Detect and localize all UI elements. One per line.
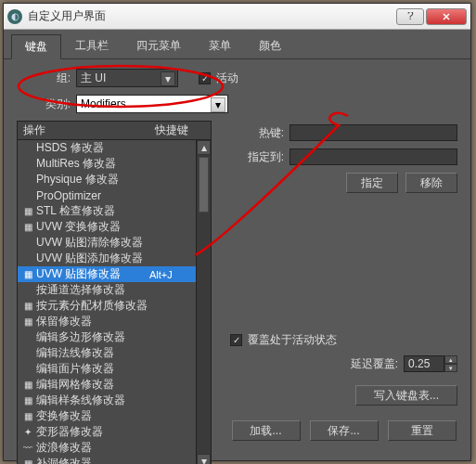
item-text: UVW 变换修改器 — [36, 219, 149, 235]
assigned-label: 指定到: — [230, 149, 284, 165]
group-label: 组: — [45, 71, 71, 86]
item-text: 变换修改器 — [36, 408, 149, 424]
item-icon: ✦ — [21, 427, 34, 437]
spin-up-icon[interactable]: ▴ — [444, 355, 457, 364]
scroll-down-icon[interactable]: ▾ — [197, 454, 211, 464]
group-value: 主 UI — [81, 71, 106, 86]
tab-color[interactable]: 颜色 — [245, 33, 295, 58]
item-icon: ▦ — [21, 301, 34, 311]
chevron-down-icon: ▾ — [211, 97, 225, 112]
list-item[interactable]: MultiRes 修改器 — [18, 156, 196, 172]
help-button[interactable]: ? — [396, 8, 424, 25]
scroll-thumb[interactable] — [199, 157, 209, 213]
app-icon: ◐ — [7, 9, 22, 24]
list-item[interactable]: ▦UVW 贴图修改器Alt+J — [18, 266, 196, 282]
list-item[interactable]: ▦变换修改器 — [18, 408, 196, 424]
col-shortcut[interactable]: 快捷键 — [155, 122, 211, 138]
reset-button[interactable]: 重置 — [388, 420, 457, 441]
svg-text:?: ? — [407, 12, 414, 21]
hotkey-label: 热键: — [230, 125, 284, 141]
delay-value[interactable]: 0.25 — [404, 355, 444, 372]
item-text: 编辑法线修改器 — [36, 345, 149, 361]
item-text: 按通道选择修改器 — [36, 282, 149, 298]
item-text: UVW 贴图修改器 — [36, 266, 149, 282]
spin-down-icon[interactable]: ▾ — [444, 364, 457, 372]
category-value: Modifiers — [81, 97, 126, 110]
item-text: 编辑多边形修改器 — [36, 329, 149, 345]
save-button[interactable]: 保存... — [310, 420, 379, 441]
active-checkbox[interactable]: ✓ — [199, 72, 211, 84]
list-item[interactable]: ▦保留修改器 — [18, 314, 196, 329]
override-checkbox[interactable]: ✓ — [230, 334, 242, 346]
override-label: 覆盖处于活动状态 — [248, 332, 337, 348]
item-text: UVW 贴图添加修改器 — [36, 251, 149, 266]
group-dropdown[interactable]: 主 UI ▾ — [76, 69, 178, 87]
list-header: 操作 快捷键 — [17, 121, 212, 139]
item-text: UVW 贴图清除修改器 — [36, 235, 149, 251]
list-item[interactable]: 编辑法线修改器 — [18, 345, 196, 361]
item-icon: ▦ — [21, 395, 34, 406]
tab-menu[interactable]: 菜单 — [195, 33, 245, 58]
active-label: 活动 — [216, 71, 238, 86]
tab-keyboard[interactable]: 键盘 — [11, 34, 61, 59]
category-dropdown[interactable]: Modifiers ▾ — [76, 95, 228, 113]
delay-label: 延迟覆盖: — [351, 356, 398, 372]
scrollbar[interactable]: ▴ ▾ — [196, 140, 211, 464]
tab-quadmenu[interactable]: 四元菜单 — [122, 33, 195, 58]
tab-bar: 键盘 工具栏 四元菜单 菜单 颜色 — [4, 30, 470, 59]
list-item[interactable]: ▦补洞修改器 — [18, 456, 196, 464]
list-item[interactable]: ✦变形器修改器 — [18, 424, 196, 440]
item-text: 按元素分配材质修改器 — [36, 298, 149, 314]
item-icon: ▦ — [21, 380, 34, 390]
list-item[interactable]: HSDS 修改器 — [18, 140, 196, 156]
list-item[interactable]: 按通道选择修改器 — [18, 282, 196, 298]
item-text: HSDS 修改器 — [36, 140, 149, 156]
item-text: Physique 修改器 — [36, 172, 149, 187]
list-item[interactable]: ▦UVW 变换修改器 — [18, 219, 196, 235]
item-text: 编辑面片修改器 — [36, 361, 149, 377]
titlebar: ◐ 自定义用户界面 ? — [4, 4, 470, 30]
category-label: 类别: — [32, 97, 71, 112]
list-item[interactable]: UVW 贴图添加修改器 — [18, 251, 196, 266]
item-text: 保留修改器 — [36, 314, 149, 329]
item-icon: ▦ — [21, 458, 34, 464]
hotkey-input[interactable] — [289, 124, 457, 141]
window-title: 自定义用户界面 — [28, 8, 396, 24]
list-item[interactable]: 编辑面片修改器 — [18, 361, 196, 377]
list-item[interactable]: ▦STL 检查修改器 — [18, 203, 196, 219]
item-icon: ▦ — [21, 316, 34, 327]
item-shortcut: Alt+J — [149, 269, 196, 280]
remove-button[interactable]: 移除 — [405, 173, 457, 193]
assigned-input[interactable] — [289, 148, 457, 165]
item-text: MultiRes 修改器 — [36, 156, 149, 172]
scroll-up-icon[interactable]: ▴ — [197, 140, 211, 155]
item-text: 补洞修改器 — [36, 456, 149, 464]
item-text: ProOptimizer — [36, 189, 149, 202]
item-text: 编辑样条线修改器 — [36, 393, 149, 408]
col-action[interactable]: 操作 — [18, 122, 155, 138]
item-icon: 〰 — [21, 443, 34, 453]
close-button[interactable] — [426, 8, 467, 25]
chevron-down-icon: ▾ — [161, 71, 175, 86]
list-item[interactable]: 编辑多边形修改器 — [18, 329, 196, 345]
item-text: 编辑网格修改器 — [36, 377, 149, 393]
delay-spinner[interactable]: 0.25 ▴ ▾ — [404, 355, 457, 372]
list-item[interactable]: UVW 贴图清除修改器 — [18, 235, 196, 251]
write-keyboard-button[interactable]: 写入键盘表... — [355, 385, 457, 406]
list-item[interactable]: ProOptimizer — [18, 187, 196, 203]
item-icon: ▦ — [21, 206, 34, 216]
list-item[interactable]: 〰波浪修改器 — [18, 440, 196, 456]
item-text: 波浪修改器 — [36, 440, 149, 456]
item-icon: ▦ — [21, 222, 34, 232]
assign-button[interactable]: 指定 — [346, 173, 398, 193]
action-list[interactable]: HSDS 修改器MultiRes 修改器Physique 修改器ProOptim… — [17, 139, 212, 464]
item-text: STL 检查修改器 — [36, 203, 149, 219]
tab-toolbar[interactable]: 工具栏 — [61, 33, 122, 58]
item-icon: ▦ — [21, 411, 34, 421]
list-item[interactable]: Physique 修改器 — [18, 172, 196, 187]
list-item[interactable]: ▦按元素分配材质修改器 — [18, 298, 196, 314]
item-icon: ▦ — [21, 269, 34, 279]
list-item[interactable]: ▦编辑网格修改器 — [18, 377, 196, 393]
load-button[interactable]: 加载... — [232, 420, 301, 441]
list-item[interactable]: ▦编辑样条线修改器 — [18, 393, 196, 408]
